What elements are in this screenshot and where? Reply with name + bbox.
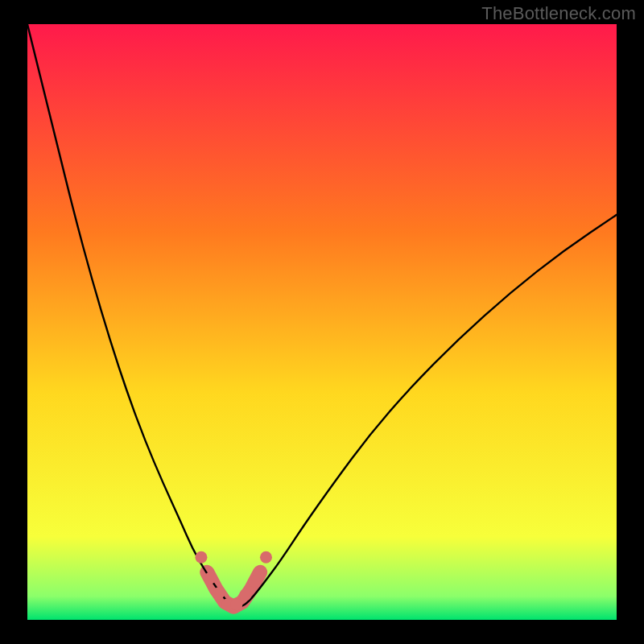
marker-dot [230, 598, 242, 610]
gradient-background [27, 24, 617, 620]
marker-dot [239, 588, 251, 601]
chart-frame: TheBottleneck.com [0, 0, 644, 644]
marker-dot [260, 551, 272, 564]
marker-dot [248, 575, 260, 587]
plot-area [27, 24, 617, 620]
marker-dot [195, 551, 207, 564]
watermark-text: TheBottleneck.com [481, 3, 636, 24]
marker-dot [204, 572, 216, 584]
marker-dot [213, 587, 225, 599]
chart-svg [27, 24, 617, 620]
